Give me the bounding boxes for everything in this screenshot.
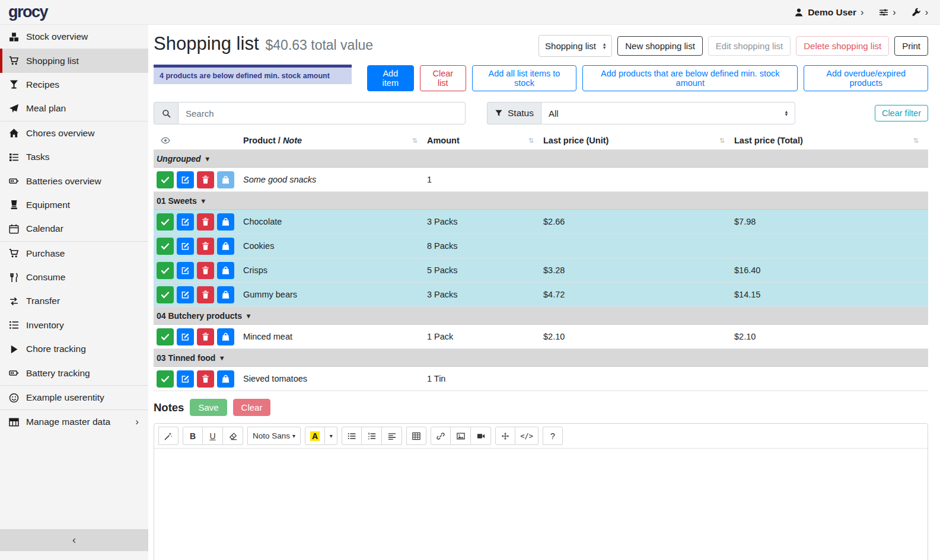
add-to-stock-button[interactable] <box>217 328 234 345</box>
add-to-stock-button[interactable] <box>217 370 234 388</box>
status-filter-select[interactable]: All ▴▾ <box>541 102 795 124</box>
edit-shopping-list-button[interactable]: Edit shopping list <box>708 36 791 56</box>
edit-item-button[interactable] <box>177 213 194 231</box>
sidebar-item-manage-master-data[interactable]: Manage master data › <box>0 410 148 434</box>
mark-done-button[interactable] <box>157 262 174 279</box>
add-all-to-stock-button[interactable]: Add all list items to stock <box>472 65 576 91</box>
sidebar-item-purchase[interactable]: Purchase <box>0 242 148 265</box>
app-logo[interactable]: grocy <box>8 3 47 21</box>
sidebar-item-battery-tracking[interactable]: Battery tracking <box>0 361 148 385</box>
group-header-butchery[interactable]: 04 Butchery products ▾ <box>154 307 928 325</box>
admin-menu[interactable]: › <box>912 8 928 17</box>
unordered-list-button[interactable] <box>342 427 362 445</box>
help-button[interactable]: ? <box>543 427 563 445</box>
product-name: Sieved tomatoes <box>243 374 427 383</box>
group-header-sweets[interactable]: 01 Sweets ▾ <box>154 192 928 210</box>
sidebar-collapse-button[interactable]: ‹ <box>0 529 148 551</box>
shopping-list-table: Product / Note ⇅ Amount ⇅ Last price (Un… <box>154 132 928 391</box>
mark-done-button[interactable] <box>157 213 174 231</box>
notes-save-button[interactable]: Save <box>190 399 227 416</box>
editor-toolbar: B U Noto Sans ▾ A ▾ <box>154 424 928 449</box>
notes-editor-area[interactable] <box>154 449 928 560</box>
add-overdue-button[interactable]: Add overdue/expired products <box>804 65 928 91</box>
add-to-stock-button[interactable] <box>217 171 234 188</box>
insert-table-button[interactable] <box>406 427 426 445</box>
add-to-stock-button[interactable] <box>217 262 234 279</box>
new-shopping-list-button[interactable]: New shopping list <box>617 36 703 56</box>
font-color-dropdown-button[interactable]: ▾ <box>325 427 337 445</box>
delete-item-button[interactable] <box>197 286 214 303</box>
delete-item-button[interactable] <box>197 238 214 255</box>
magic-style-button[interactable] <box>158 427 179 445</box>
delete-item-button[interactable] <box>197 262 214 279</box>
clear-filter-button[interactable]: Clear filter <box>875 105 928 121</box>
visibility-column-header[interactable] <box>154 136 243 145</box>
print-button[interactable]: Print <box>894 36 928 56</box>
shopping-list-select[interactable]: Shopping list ▴▾ <box>538 35 612 57</box>
notes-editor: B U Noto Sans ▾ A ▾ <box>154 423 928 560</box>
mark-done-button[interactable] <box>157 171 174 188</box>
sidebar-item-chores-overview[interactable]: Chores overview <box>0 121 148 145</box>
insert-link-button[interactable] <box>431 427 451 445</box>
sidebar-item-shopping-list[interactable]: Shopping list <box>0 49 148 72</box>
sidebar-item-example-userentity[interactable]: Example userentity <box>0 386 148 409</box>
mark-done-button[interactable] <box>157 238 174 255</box>
sidebar-item-inventory[interactable]: Inventory <box>0 313 148 337</box>
last-price-total-column-header[interactable]: Last price (Total) ⇅ <box>734 136 928 145</box>
sidebar-item-tasks[interactable]: Tasks <box>0 145 148 169</box>
notes-clear-button[interactable]: Clear <box>233 399 271 416</box>
delete-item-button[interactable] <box>197 328 214 345</box>
sidebar-item-meal-plan[interactable]: Meal plan <box>0 97 148 120</box>
settings-menu[interactable]: › <box>879 8 896 17</box>
user-menu[interactable]: Demo User › <box>794 7 863 18</box>
last-price-unit-column-header[interactable]: Last price (Unit) ⇅ <box>543 136 734 145</box>
insert-picture-button[interactable] <box>451 427 471 445</box>
edit-item-button[interactable] <box>177 286 194 303</box>
sidebar-item-chore-tracking[interactable]: Chore tracking <box>0 337 148 361</box>
add-to-stock-button[interactable] <box>217 213 234 231</box>
delete-item-button[interactable] <box>197 213 214 231</box>
underline-button[interactable]: U <box>203 427 223 445</box>
sidebar-item-stock-overview[interactable]: Stock overview <box>0 25 148 49</box>
mark-done-button[interactable] <box>157 286 174 303</box>
product-column-header[interactable]: Product / Note ⇅ <box>243 136 427 145</box>
sidebar-item-recipes[interactable]: Recipes <box>0 73 148 97</box>
main-content: Shopping list $40.63 total value Shoppin… <box>148 25 940 560</box>
mark-done-button[interactable] <box>157 328 174 345</box>
font-color-button[interactable]: A <box>305 427 325 445</box>
min-stock-alert[interactable]: 4 products are below defined min. stock … <box>154 65 352 84</box>
edit-item-button[interactable] <box>177 238 194 255</box>
mark-done-button[interactable] <box>157 370 174 388</box>
add-below-min-stock-button[interactable]: Add products that are below defined min.… <box>582 65 798 91</box>
add-to-stock-button[interactable] <box>217 238 234 255</box>
font-family-button[interactable]: Noto Sans ▾ <box>247 427 301 445</box>
bold-button[interactable]: B <box>183 427 203 445</box>
sidebar-item-transfer[interactable]: Transfer <box>0 289 148 313</box>
ordered-list-button[interactable] <box>362 427 382 445</box>
group-header-tinned-food[interactable]: 03 Tinned food ▾ <box>154 349 928 367</box>
fullscreen-button[interactable] <box>495 427 515 445</box>
edit-item-button[interactable] <box>177 262 194 279</box>
sidebar-item-equipment[interactable]: Equipment <box>0 193 148 217</box>
search-input[interactable] <box>178 102 466 124</box>
delete-item-button[interactable] <box>197 370 214 388</box>
clear-list-button[interactable]: Clear list <box>420 65 466 91</box>
row-actions <box>154 328 243 345</box>
add-item-button[interactable]: Add item <box>367 65 414 91</box>
edit-item-button[interactable] <box>177 328 194 345</box>
sidebar-item-batteries-overview[interactable]: Batteries overview <box>0 169 148 193</box>
sidebar-item-calendar[interactable]: Calendar <box>0 217 148 241</box>
add-to-stock-button[interactable] <box>217 286 234 303</box>
insert-video-button[interactable] <box>471 427 491 445</box>
delete-shopping-list-button[interactable]: Delete shopping list <box>796 36 889 56</box>
sidebar-item-consume[interactable]: Consume <box>0 265 148 289</box>
group-header-ungrouped[interactable]: Ungrouped ▾ <box>154 150 928 168</box>
edit-item-button[interactable] <box>177 171 194 188</box>
delete-item-button[interactable] <box>197 171 214 188</box>
boxes-icon <box>8 32 20 42</box>
codeview-button[interactable]: </> <box>515 427 538 445</box>
clear-format-button[interactable] <box>223 427 243 445</box>
amount-column-header[interactable]: Amount ⇅ <box>427 136 543 145</box>
edit-item-button[interactable] <box>177 370 194 388</box>
paragraph-button[interactable] <box>382 427 402 445</box>
